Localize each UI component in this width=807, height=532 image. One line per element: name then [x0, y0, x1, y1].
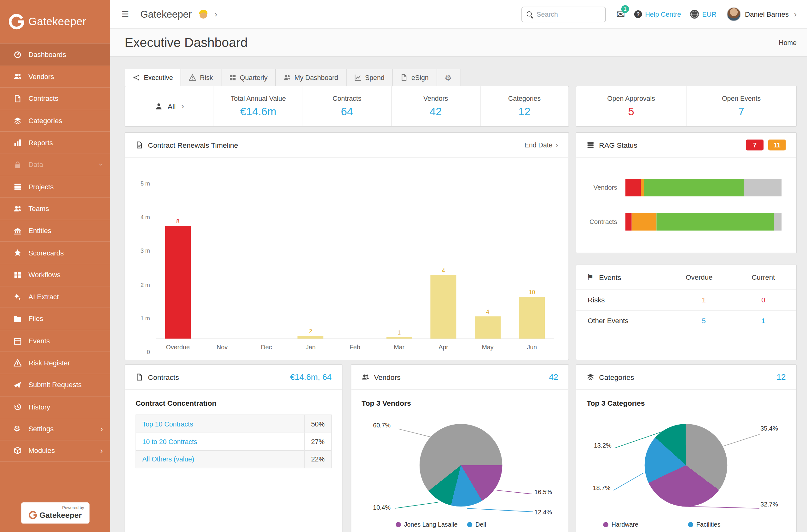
rag-amber-badge[interactable]: 11	[768, 139, 786, 150]
sidebar-item-projects[interactable]: Projects	[0, 175, 110, 197]
mail-badge: 1	[621, 5, 629, 13]
messages-button[interactable]: ✉ 1	[616, 8, 625, 20]
menu-icon[interactable]: ☰	[120, 8, 131, 20]
rag-red-badge[interactable]: 7	[746, 139, 764, 150]
kpi-value-link[interactable]: 12	[518, 106, 530, 118]
bar[interactable]	[475, 316, 500, 338]
sidebar-item-files[interactable]: Files	[0, 308, 110, 330]
currency-selector[interactable]: EUR	[690, 10, 717, 19]
table-row: Top 10 Contracts 50%	[136, 415, 331, 433]
rag-row-contracts[interactable]: Contracts	[584, 213, 782, 231]
calendar-check-icon	[135, 141, 143, 149]
legend-item[interactable]: Hardware	[603, 521, 688, 528]
table-row: 10 to 20 Contracts 27%	[136, 433, 331, 451]
sidebar-item-scorecards[interactable]: Scorecards	[0, 242, 110, 264]
tab-esign[interactable]: eSign	[392, 69, 436, 86]
categories-total-link[interactable]: 12	[777, 372, 786, 382]
document-icon	[401, 74, 408, 81]
kpi-value-link[interactable]: 64	[341, 106, 353, 118]
currency-label: EUR	[702, 11, 717, 18]
bar-nov[interactable]: Nov	[200, 171, 244, 339]
sidebar-item-workflows[interactable]: Workflows	[0, 264, 110, 286]
title-bar: Executive Dashboard Home	[110, 29, 807, 57]
legend-item[interactable]: Facilities	[688, 521, 786, 528]
vendors-total-link[interactable]: 42	[549, 372, 558, 382]
rag-stacked-bar[interactable]	[625, 213, 782, 231]
user-menu[interactable]: Daniel Barnes ›	[727, 7, 796, 21]
breadcrumb-home-link[interactable]: Home	[778, 39, 796, 46]
ten-to-twenty-contracts-link[interactable]: 10 to 20 Contracts	[136, 433, 304, 450]
bar-overdue[interactable]: 8Overdue	[156, 171, 200, 339]
kpi-vendors: Vendors 42	[391, 86, 480, 126]
help-centre-link[interactable]: ? Help Centre	[634, 11, 681, 18]
pie-slice-label: 13.2%	[594, 442, 611, 449]
kpi-value-link[interactable]: €14.6m	[240, 106, 276, 118]
contract-renewals-card: Contract Renewals Timeline End Date › 5 …	[125, 132, 569, 360]
events-col-current: Current	[734, 273, 793, 281]
vendors-card: Vendors 42 Top 3 Vendors 60.7% 16.5% 12.…	[351, 364, 569, 532]
workspace-title[interactable]: Gatekeeper	[140, 8, 192, 20]
tab-spend[interactable]: Spend	[346, 69, 392, 86]
grid-icon	[229, 74, 236, 81]
sidebar-item-history[interactable]: History	[0, 396, 110, 418]
chevron-right-icon[interactable]: ›	[214, 10, 217, 19]
kpi-value-link[interactable]: 7	[738, 106, 744, 118]
tab-executive[interactable]: Executive	[125, 69, 181, 86]
sidebar-item-teams[interactable]: Teams	[0, 197, 110, 220]
sidebar-logo[interactable]: Gatekeeper	[0, 0, 110, 43]
bar-feb[interactable]: Feb	[333, 171, 377, 339]
categories-card: Categories 12 Top 3 Categories 35.4% 13.…	[575, 364, 796, 532]
kpi-open-events: Open Events 7	[686, 86, 796, 126]
rag-stacked-bar[interactable]	[625, 179, 782, 196]
tab-risk[interactable]: Risk	[181, 69, 221, 86]
other-events-current-count[interactable]: 1	[734, 317, 793, 325]
bar[interactable]	[298, 336, 324, 339]
tab-my-dashboard[interactable]: My Dashboard	[275, 69, 346, 86]
legend-item[interactable]: Dell	[467, 521, 558, 528]
contracts-total-link[interactable]: €14.6m, 64	[290, 372, 332, 382]
bar[interactable]	[165, 226, 191, 339]
bar-dec[interactable]: Dec	[244, 171, 289, 339]
bar[interactable]	[519, 297, 545, 339]
bar-jan[interactable]: 2Jan	[289, 171, 333, 339]
leader-line	[496, 490, 532, 495]
pie[interactable]	[645, 424, 728, 507]
kpi-value-link[interactable]: 5	[628, 106, 634, 118]
pie[interactable]	[420, 424, 502, 507]
sidebar-item-vendors[interactable]: Vendors	[0, 65, 110, 88]
sidebar-item-entities[interactable]: Entities	[0, 220, 110, 242]
legend-item[interactable]: Jones Lang Lasalle	[396, 521, 467, 528]
bar[interactable]	[430, 275, 456, 339]
sidebar-item-submit-requests[interactable]: Submit Requests	[0, 374, 110, 396]
top-10-contracts-link[interactable]: Top 10 Contracts	[136, 415, 304, 433]
sidebar-item-modules[interactable]: Modules›	[0, 440, 110, 462]
sidebar-item-risk-register[interactable]: Risk Register	[0, 352, 110, 374]
sidebar-item-settings[interactable]: ⚙Settings›	[0, 418, 110, 440]
scope-filter-all[interactable]: All ›	[125, 86, 214, 126]
other-events-overdue-count[interactable]: 5	[674, 317, 734, 325]
tab-quarterly[interactable]: Quarterly	[221, 69, 275, 86]
bar-mar[interactable]: 1Mar	[377, 171, 421, 339]
bar-may[interactable]: 4May	[465, 171, 510, 339]
sidebar-item-dashboards[interactable]: Dashboards	[0, 43, 110, 65]
sidebar-item-contracts[interactable]: Contracts	[0, 88, 110, 110]
sidebar-item-ai-extract[interactable]: AI Extract	[0, 286, 110, 308]
bar[interactable]	[386, 337, 412, 339]
risks-overdue-count[interactable]: 1	[674, 296, 734, 304]
help-centre-label: Help Centre	[645, 11, 681, 18]
search-input[interactable]	[536, 11, 601, 18]
bar-apr[interactable]: 4Apr	[421, 171, 465, 339]
line-chart-icon	[354, 74, 362, 81]
sidebar-item-reports[interactable]: Reports	[0, 131, 110, 153]
rag-row-vendors[interactable]: Vendors	[584, 179, 782, 196]
bar-jun[interactable]: 10Jun	[510, 171, 554, 339]
risk-register-icon	[14, 359, 22, 367]
all-others-link[interactable]: All Others (value)	[136, 451, 304, 468]
events-icon	[14, 337, 22, 345]
kpi-value-link[interactable]: 42	[430, 106, 442, 118]
sidebar-item-categories[interactable]: Categories	[0, 110, 110, 132]
risks-current-count[interactable]: 0	[734, 296, 793, 304]
end-date-control[interactable]: End Date ›	[525, 140, 558, 149]
tab-dashboard-settings[interactable]: ⚙	[436, 69, 460, 86]
sidebar-item-events[interactable]: Events	[0, 330, 110, 352]
